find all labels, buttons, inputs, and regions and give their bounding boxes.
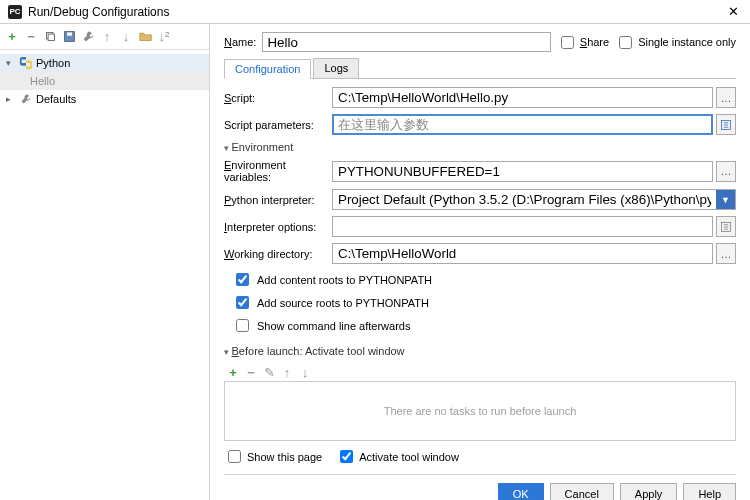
no-tasks-label: There are no tasks to run before launch	[384, 405, 577, 417]
show-cmd-checkbox[interactable]: Show command line afterwards	[232, 316, 736, 335]
move-task-up-icon[interactable]: ↑	[280, 365, 294, 379]
apply-button[interactable]: Apply	[620, 483, 678, 500]
expand-opts-button[interactable]	[716, 216, 736, 237]
caret-icon[interactable]	[6, 94, 16, 104]
single-instance-checkbox[interactable]: Single instance only	[615, 33, 736, 52]
environment-section[interactable]: Environment	[224, 141, 736, 153]
close-icon[interactable]: ✕	[724, 4, 742, 19]
tree-label: Hello	[30, 75, 55, 87]
expand-params-button[interactable]	[716, 114, 736, 135]
tab-logs[interactable]: Logs	[313, 58, 359, 78]
caret-icon[interactable]	[6, 58, 16, 68]
share-checkbox[interactable]: Share	[557, 33, 609, 52]
script-params-input[interactable]	[332, 114, 713, 135]
folder-icon[interactable]	[138, 30, 152, 44]
tree-node-python[interactable]: Python	[0, 54, 209, 72]
title-bar: PC Run/Debug Configurations ✕	[0, 0, 750, 24]
remove-icon[interactable]: −	[24, 30, 38, 44]
interpreter-opts-input[interactable]	[332, 216, 713, 237]
browse-script-button[interactable]: …	[716, 87, 736, 108]
name-input[interactable]	[262, 32, 550, 52]
ok-button[interactable]: OK	[498, 483, 544, 500]
help-button[interactable]: Help	[683, 483, 736, 500]
tree-toolbar: + − ↑ ↓ ↓²	[0, 24, 209, 50]
add-source-roots-checkbox[interactable]: Add source roots to PYTHONPATH	[232, 293, 736, 312]
working-dir-label: Working directory:	[224, 248, 332, 260]
app-icon: PC	[8, 5, 22, 19]
wrench-icon	[19, 92, 33, 106]
script-input[interactable]	[332, 87, 713, 108]
move-up-icon[interactable]: ↑	[100, 30, 114, 44]
cancel-button[interactable]: Cancel	[550, 483, 614, 500]
tabs: Configuration Logs	[224, 58, 736, 79]
remove-task-icon[interactable]: −	[244, 365, 258, 379]
interpreter-opts-label: Interpreter options:	[224, 221, 332, 233]
move-down-icon[interactable]: ↓	[119, 30, 133, 44]
script-params-label: Script parameters:	[224, 119, 332, 131]
window-title: Run/Debug Configurations	[28, 5, 724, 19]
add-task-icon[interactable]: +	[226, 365, 240, 379]
copy-icon[interactable]	[43, 30, 57, 44]
add-content-roots-checkbox[interactable]: Add content roots to PYTHONPATH	[232, 270, 736, 289]
working-dir-input[interactable]	[332, 243, 713, 264]
name-label: Name:	[224, 36, 256, 48]
wrench-icon[interactable]	[81, 30, 95, 44]
svg-rect-1	[48, 34, 55, 41]
interpreter-dropdown-icon[interactable]: ▼	[716, 189, 736, 210]
save-icon[interactable]	[62, 30, 76, 44]
svg-rect-3	[67, 32, 72, 35]
python-icon	[19, 56, 33, 70]
tree-label: Python	[36, 57, 70, 69]
env-vars-button[interactable]: …	[716, 161, 736, 182]
browse-wd-button[interactable]: …	[716, 243, 736, 264]
tree-label: Defaults	[36, 93, 76, 105]
env-vars-label: Environment variables:	[224, 159, 332, 183]
edit-task-icon[interactable]: ✎	[262, 365, 276, 379]
sort-icon[interactable]: ↓²	[157, 30, 171, 44]
sidebar: + − ↑ ↓ ↓² Python Hello Defaults	[0, 24, 210, 500]
tree-node-hello[interactable]: Hello	[0, 72, 209, 90]
before-launch-section[interactable]: Before launch: Activate tool window	[224, 345, 736, 357]
env-vars-input[interactable]	[332, 161, 713, 182]
main-panel: Name: Share Single instance only Configu…	[210, 24, 750, 500]
activate-tool-window-checkbox[interactable]: Activate tool window	[336, 447, 459, 466]
interpreter-select[interactable]	[332, 189, 716, 210]
show-page-checkbox[interactable]: Show this page	[224, 447, 322, 466]
dialog-buttons: OK Cancel Apply Help	[224, 474, 736, 500]
tree-node-defaults[interactable]: Defaults	[0, 90, 209, 108]
add-icon[interactable]: +	[5, 30, 19, 44]
tab-configuration[interactable]: Configuration	[224, 59, 311, 79]
script-label: Script:	[224, 92, 332, 104]
config-tree: Python Hello Defaults	[0, 50, 209, 500]
move-task-down-icon[interactable]: ↓	[298, 365, 312, 379]
tasks-list: There are no tasks to run before launch	[224, 381, 736, 441]
interpreter-label: Python interpreter:	[224, 194, 332, 206]
